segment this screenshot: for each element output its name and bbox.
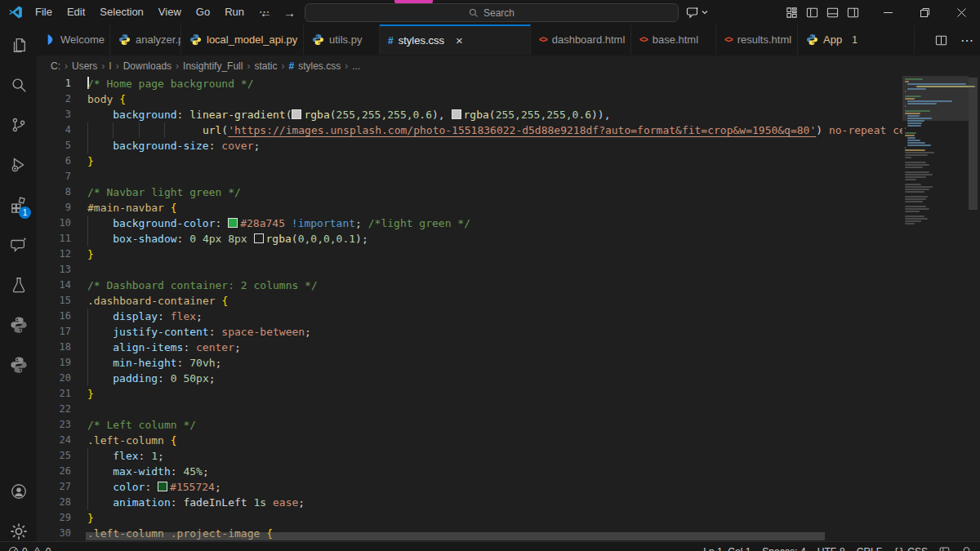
minimap-line [905, 167, 923, 168]
token: 0 50px [171, 372, 209, 384]
line-number: 19 [37, 355, 87, 371]
color-swatch[interactable] [292, 109, 301, 119]
minimap-line [907, 100, 952, 102]
tab-base.html[interactable]: <>base.html [631, 24, 716, 55]
status-item[interactable] [961, 546, 972, 551]
breadcrumb-item[interactable]: C: [51, 60, 60, 72]
token: { [171, 434, 177, 447]
problems-summary[interactable]: 00 [8, 546, 51, 551]
breadcrumb-separator: › [116, 60, 119, 72]
token: : [158, 372, 171, 384]
activity-item-testing[interactable] [0, 264, 37, 304]
status-item-crlf[interactable]: CRLF [857, 546, 882, 551]
menu-file[interactable]: File [28, 0, 60, 24]
token: 45% [183, 465, 202, 478]
breadcrumb-item[interactable]: Users [72, 60, 97, 72]
activity-item-python[interactable] [0, 304, 37, 344]
activity-item-accounts[interactable] [0, 471, 37, 511]
color-swatch[interactable] [228, 218, 238, 228]
tab-app[interactable]: App1 [798, 24, 915, 55]
activity-item-python-env[interactable] [0, 344, 37, 384]
indent-guide [87, 495, 88, 510]
status-error-count[interactable]: 0 [8, 546, 28, 551]
editor[interactable]: 1234567891011121314151617181920212223242… [37, 76, 980, 541]
token: ; [254, 140, 261, 152]
status-warning-count[interactable]: 0 [32, 546, 51, 551]
menu-go[interactable]: Go [189, 0, 217, 24]
tab-analyzer.py[interactable]: analyzer.py [110, 24, 181, 55]
braces-icon: {} [893, 546, 904, 551]
line-number: 2 [37, 91, 87, 107]
token: /*light green */ [368, 217, 470, 229]
code-line-2: body { [87, 91, 902, 107]
status-item-ln-1-col-1[interactable]: Ln 1, Col 1 [703, 546, 751, 551]
minimap-line [905, 201, 923, 202]
copilot-menu[interactable] [686, 4, 709, 20]
token: ), [432, 109, 451, 121]
close-button[interactable] [943, 0, 980, 24]
token: ; [196, 310, 203, 322]
minimap-line [907, 122, 922, 124]
tab-close-icon[interactable]: × [456, 33, 463, 47]
split-editor-icon[interactable] [935, 34, 947, 47]
status-item[interactable] [939, 546, 950, 551]
line-number: 28 [37, 495, 87, 510]
customize-layout-icon[interactable] [786, 7, 798, 19]
more-actions-button[interactable]: ⋯ [960, 33, 973, 48]
minimap[interactable] [902, 76, 969, 541]
forward-arrow-icon[interactable]: → [283, 6, 296, 20]
code-line-5: background-size: cover; [87, 138, 902, 153]
token: #28a745 [240, 217, 285, 229]
breadcrumb-item[interactable]: Insightify_Full [183, 60, 243, 72]
vertical-scrollbar[interactable] [969, 78, 978, 210]
activity-item-search[interactable] [0, 64, 37, 104]
activity-item-run-debug[interactable] [0, 144, 37, 184]
restore-button[interactable] [906, 0, 943, 24]
toggle-primary-sidebar-icon[interactable] [806, 7, 818, 19]
activity-item-chat[interactable] [0, 224, 37, 264]
activity-item-explorer[interactable] [0, 24, 37, 64]
indent-guide [87, 479, 88, 495]
token: #155724 [170, 481, 215, 493]
color-swatch[interactable] [254, 233, 264, 243]
line-number: 8 [37, 184, 87, 200]
menu-run[interactable]: Run [217, 0, 252, 24]
toggle-panel-icon[interactable] [826, 7, 839, 19]
line-number: 4 [37, 122, 87, 138]
color-swatch[interactable] [158, 482, 167, 491]
token: : [177, 109, 190, 121]
breadcrumb-item[interactable]: ... [352, 60, 360, 72]
status-item-utf-8[interactable]: UTF-8 [817, 546, 845, 551]
code-area[interactable]: /* Home page background */body {backgrou… [87, 76, 902, 541]
menu-view[interactable]: View [151, 0, 189, 24]
token: display [113, 310, 158, 322]
tab-styles.css[interactable]: #styles.css× [380, 24, 531, 55]
tab-welcome[interactable]: Welcome [37, 24, 110, 55]
menu-selection[interactable]: Selection [92, 0, 150, 24]
back-arrow-icon[interactable]: ← [260, 6, 272, 20]
toggle-secondary-sidebar-icon[interactable] [847, 7, 859, 19]
search-input[interactable]: Search [305, 3, 679, 22]
color-swatch[interactable] [452, 109, 461, 119]
breadcrumb-item[interactable]: static [254, 60, 277, 72]
breadcrumb-item[interactable]: I [109, 60, 111, 72]
minimize-button[interactable] [870, 0, 906, 24]
token: { [221, 295, 228, 307]
activity-item-source-control[interactable] [0, 104, 37, 144]
tab-local-model-api.py[interactable]: local_model_api.py3 [181, 24, 304, 55]
status-item-spaces-4[interactable]: Spaces: 4 [762, 546, 805, 551]
code-line-10: background-color: #28a745 !important; /*… [87, 216, 902, 231]
minimap-line [907, 103, 937, 104]
menu-edit[interactable]: Edit [60, 0, 92, 24]
token: space-between [221, 326, 305, 338]
token: ( [286, 109, 292, 121]
window-controls [870, 0, 980, 24]
tab-dashboard.html[interactable]: <>dashboard.html [531, 24, 631, 55]
horizontal-scrollbar[interactable] [86, 532, 825, 540]
breadcrumb-item[interactable]: styles.css [298, 60, 341, 72]
tab-results.html[interactable]: <>results.html [716, 24, 798, 55]
tab-utils.py[interactable]: utils.py [304, 24, 380, 55]
breadcrumb-item[interactable]: Downloads [123, 60, 172, 72]
activity-item-extensions[interactable]: 1 [0, 184, 37, 224]
status-item-css[interactable]: {}CSS [893, 546, 928, 551]
